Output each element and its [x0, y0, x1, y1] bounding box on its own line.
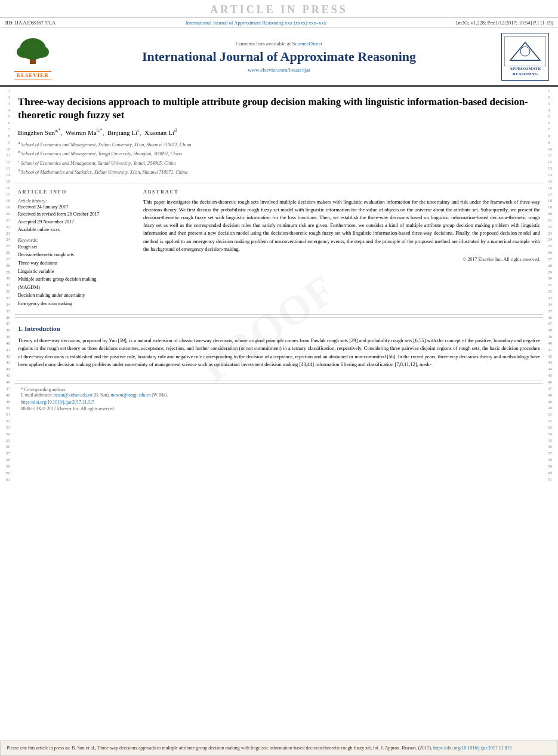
line-number-left-37: 37	[0, 321, 10, 327]
meta-bar: JID: IJA AID:8167 /FLA International Jou…	[0, 18, 558, 28]
svg-point-3	[17, 46, 31, 58]
keyword-3: Three-way decisions	[18, 259, 137, 268]
line-number-left-25: 25	[0, 243, 10, 250]
line-number-right-34: 34	[548, 302, 558, 308]
keyword-7: Emergency decision making	[18, 300, 137, 308]
line-number-left-55: 55	[0, 438, 10, 444]
elsevier-tree-icon	[12, 34, 54, 67]
banner-text: ARTICLE IN PRESS	[210, 4, 347, 16]
line-number-left-38: 38	[0, 327, 10, 334]
copyright-line: © 2017 Elsevier Inc. All rights reserved…	[143, 257, 540, 262]
svg-point-4	[35, 46, 49, 58]
line-number-left-54: 54	[0, 431, 10, 438]
line-number-right-29: 29	[548, 269, 558, 276]
line-number-right-44: 44	[548, 366, 558, 373]
line-number-left-39: 39	[0, 334, 10, 340]
line-number-left-4: 4	[0, 107, 10, 114]
journal-url[interactable]: www.elsevier.com/locate/ijar	[248, 67, 310, 73]
line-number-left-6: 6	[0, 120, 10, 127]
line-number-right-37: 37	[548, 321, 558, 327]
line-number-right-7: 7	[548, 127, 558, 133]
line-number-right-32: 32	[548, 288, 558, 295]
keywords-section: Keywords: Rough set Decision-theoretic r…	[18, 238, 137, 308]
line-number-right-4: 4	[548, 107, 558, 114]
paper-body: PROOF Three-way decisions approach to mu…	[12, 87, 546, 483]
line-numbers-right: 1234567891011121314151617181920212223242…	[546, 87, 558, 483]
email-1-link[interactable]: bzsun@xidian.edu.cn	[54, 392, 93, 398]
email-line: E-mail addresses: bzsun@xidian.edu.cn (B…	[21, 392, 537, 398]
line-number-left-60: 60	[0, 470, 10, 477]
author-1: Bingzhen Suna,*,	[18, 129, 66, 136]
line-number-left-30: 30	[0, 275, 10, 282]
line-number-left-50: 50	[0, 405, 10, 411]
line-number-left-32: 32	[0, 288, 10, 295]
line-number-right-30: 30	[548, 275, 558, 282]
journal-center: Contents lists available at ScienceDirec…	[66, 33, 492, 81]
keyword-2: Decision-theoretic rough sets	[18, 251, 137, 259]
line-number-left-14: 14	[0, 172, 10, 179]
doi-cite-link[interactable]: https://doi.org/10.1016/j.ijar.2017.11.0…	[433, 745, 512, 751]
line-number-right-33: 33	[548, 295, 558, 302]
author-4: Xiaonan Lid	[144, 129, 177, 136]
line-number-right-35: 35	[548, 308, 558, 315]
meta-right: [m3G; v1.228; Pm:1/12/2017; 10:54] P.1 (…	[456, 20, 553, 26]
line-number-right-25: 25	[548, 243, 558, 250]
line-number-left-3: 3	[0, 101, 10, 107]
author-2: Weimin Mab,*,	[66, 129, 107, 136]
history-label: Article history:	[18, 198, 137, 204]
authors-line: Bingzhen Suna,*, Weimin Mab,*, Binjiang …	[18, 128, 540, 136]
footer-divider	[15, 380, 543, 380]
line-number-left-20: 20	[0, 211, 10, 217]
line-number-left-2: 2	[0, 94, 10, 101]
line-number-left-21: 21	[0, 217, 10, 224]
line-number-right-61: 61	[548, 477, 558, 483]
line-number-right-55: 55	[548, 438, 558, 444]
sciencedirect-link[interactable]: ScienceDirect	[292, 41, 322, 47]
journal-logo-right: APPROXIMATE REASONING	[498, 33, 552, 81]
line-number-right-41: 41	[548, 347, 558, 354]
line-number-left-1: 1	[0, 88, 10, 94]
line-number-left-10: 10	[0, 146, 10, 153]
contents-line: Contents lists available at ScienceDirec…	[236, 41, 322, 47]
journal-citation-inline: International Journal of Approximate Rea…	[56, 20, 456, 26]
keyword-6: Decision making under uncertainty	[18, 291, 137, 300]
line-number-right-20: 20	[548, 211, 558, 217]
line-number-right-31: 31	[548, 282, 558, 288]
line-number-left-13: 13	[0, 165, 10, 172]
line-number-right-16: 16	[548, 185, 558, 192]
line-number-right-21: 21	[548, 217, 558, 224]
journal-title: International Journal of Approximate Rea…	[142, 49, 416, 64]
line-number-left-19: 19	[0, 204, 10, 211]
line-number-left-41: 41	[0, 347, 10, 354]
line-number-right-22: 22	[548, 224, 558, 231]
revised-date: Received in revised form 26 October 2017	[18, 211, 137, 219]
line-number-left-31: 31	[0, 282, 10, 288]
affiliation-a: a School of Economics and Management, Xi…	[18, 140, 540, 149]
line-number-left-58: 58	[0, 457, 10, 463]
corresponding-note: * Corresponding authors.	[21, 387, 537, 392]
issn-line: 0888-613X/© 2017 Elsevier Inc. All right…	[21, 406, 537, 411]
line-number-right-43: 43	[548, 359, 558, 366]
line-number-right-12: 12	[548, 159, 558, 165]
article-history: Article history: Received 24 January 201…	[18, 198, 137, 234]
line-number-right-46: 46	[548, 379, 558, 386]
line-number-left-16: 16	[0, 185, 10, 192]
received-date: Received 24 January 2017	[18, 204, 137, 211]
line-number-right-13: 13	[548, 165, 558, 172]
article-info-label: ARTICLE INFO	[18, 189, 137, 195]
line-number-left-9: 9	[0, 140, 10, 146]
line-number-right-45: 45	[548, 373, 558, 379]
line-number-left-56: 56	[0, 444, 10, 450]
line-number-left-44: 44	[0, 366, 10, 373]
doi-line[interactable]: https://doi.org/10.1016/j.ijar.2017.11.0…	[21, 399, 537, 405]
please-cite-text: Please cite this article in press as: B.…	[7, 745, 433, 751]
email-2-link[interactable]: mawm@tongji.edu.cn	[111, 392, 150, 398]
line-number-right-8: 8	[548, 133, 558, 140]
intro-section: 1. Introduction Theory of three-way deci…	[15, 320, 543, 377]
abstract-label: ABSTRACT	[143, 189, 540, 195]
line-number-right-57: 57	[548, 450, 558, 457]
line-number-left-53: 53	[0, 425, 10, 431]
paper-title: Three-way decisions approach to multiple…	[18, 96, 540, 122]
line-number-right-50: 50	[548, 405, 558, 411]
line-number-right-36: 36	[548, 315, 558, 321]
